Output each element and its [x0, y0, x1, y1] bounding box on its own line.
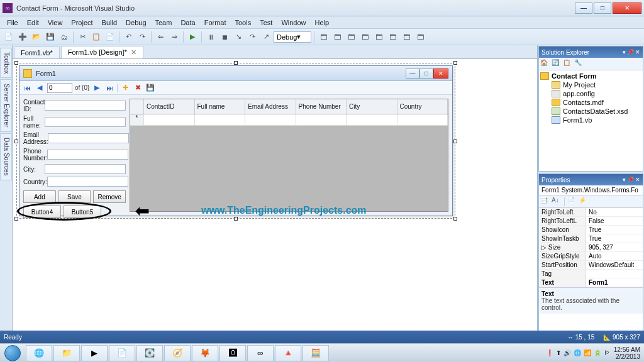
taskbar-app[interactable]: 🅾	[219, 345, 246, 361]
doc-tab[interactable]: Form1.vb*	[14, 47, 60, 58]
nav-save[interactable]: 💾	[145, 83, 155, 93]
datagridview[interactable]: ContactIDFull nameEmail AddressPhone Num…	[130, 99, 448, 212]
systray-icon[interactable]: ⬆	[556, 349, 561, 356]
side-tab-data-sources[interactable]: Data Sources	[0, 133, 12, 180]
tool-g[interactable]: 🗔	[400, 31, 413, 43]
form-minimize[interactable]: —	[406, 69, 419, 79]
menu-test[interactable]: Test	[255, 18, 277, 28]
tool-c[interactable]: 🗔	[345, 31, 357, 43]
button4-button[interactable]: Button4	[23, 206, 61, 218]
stop-button[interactable]: ⏹	[218, 31, 231, 43]
undo-button[interactable]: ↶	[122, 31, 135, 43]
panel-close[interactable]: ✕	[635, 177, 640, 183]
sol-tool-showall[interactable]: 📋	[563, 59, 573, 69]
system-clock[interactable]: 12:56 AM 2/2/2013	[614, 346, 640, 360]
grid-col-header[interactable]: City	[347, 99, 397, 114]
grid-col-header[interactable]: Full name	[195, 99, 246, 114]
taskbar-app[interactable]: 🦊	[192, 345, 218, 361]
property-row[interactable]: SizeGripStyleAuto	[539, 252, 643, 261]
solution-item[interactable]: app.config	[540, 89, 641, 98]
panel-pin[interactable]: 📌	[627, 49, 634, 55]
nav-first[interactable]: ⏮	[22, 83, 32, 93]
systray-icon[interactable]: 🔊	[564, 349, 571, 356]
side-tab-server-explorer[interactable]: Server Explorer	[0, 79, 12, 131]
prop-pages[interactable]: 📄	[567, 197, 577, 207]
prop-alpha[interactable]: A↓	[552, 197, 562, 207]
taskbar-app[interactable]: 💽	[136, 345, 163, 361]
taskbar-app[interactable]: 📄	[109, 345, 135, 361]
side-tab-toolbox[interactable]: Toolbox	[0, 48, 12, 78]
property-row[interactable]: Tag	[539, 270, 643, 278]
config-combo[interactable]: Debug ▾	[274, 31, 311, 43]
property-row[interactable]: StartPositionWindowsDefault	[539, 261, 643, 270]
step-over-button[interactable]: ↷	[246, 31, 258, 43]
save-button[interactable]: 💾	[44, 31, 57, 43]
nav-add[interactable]: ✚	[120, 83, 130, 93]
resize-handle[interactable]	[453, 61, 457, 65]
doc-tab[interactable]: Form1.vb [Design]*✕	[61, 46, 143, 58]
button5-button[interactable]: Button5	[64, 206, 101, 218]
taskbar-app[interactable]: ∞	[247, 345, 274, 361]
field-input-5[interactable]	[47, 177, 128, 187]
taskbar-app[interactable]: 🧭	[164, 345, 191, 361]
designer-surface[interactable]: Form1 — □ ✕ ⏮ ◀ of {0} ▶ ⏭ ✚ ✖ 💾	[13, 59, 537, 349]
solution-item[interactable]: My Project	[540, 80, 641, 89]
resize-handle[interactable]	[14, 61, 18, 65]
resize-handle[interactable]	[234, 217, 238, 221]
cut-button[interactable]: ✂	[76, 31, 89, 43]
nav-next[interactable]: ▶	[92, 83, 102, 93]
panel-dropdown[interactable]: ▾	[623, 49, 626, 55]
property-row[interactable]: RightToLeftLFalse	[539, 217, 643, 226]
field-input-0[interactable]	[45, 101, 126, 111]
maximize-button[interactable]: □	[594, 3, 611, 14]
close-button[interactable]: ✕	[613, 3, 641, 14]
menu-format[interactable]: Format	[200, 18, 231, 28]
tool-a[interactable]: 🗔	[317, 31, 330, 43]
taskbar-app[interactable]: ▶	[81, 345, 108, 361]
systray-icon[interactable]: 🏳	[604, 349, 610, 356]
grid-col-header[interactable]: Country	[397, 99, 448, 114]
step-into-button[interactable]: ↘	[232, 31, 245, 43]
step-out-button[interactable]: ↗	[260, 31, 272, 43]
solution-item[interactable]: ContactsDataSet.xsd	[540, 107, 641, 116]
panel-pin[interactable]: 📌	[627, 177, 634, 183]
form-maximize[interactable]: □	[419, 69, 433, 79]
copy-button[interactable]: 📋	[90, 31, 103, 43]
resize-handle[interactable]	[453, 140, 457, 143]
menu-build[interactable]: Build	[97, 18, 121, 28]
menu-project[interactable]: Project	[67, 18, 97, 28]
taskbar-app[interactable]: 🌐	[26, 345, 52, 361]
sol-tool-refresh[interactable]: 🔄	[552, 59, 562, 69]
project-node[interactable]: Contact Form	[540, 72, 641, 80]
field-input-2[interactable]	[48, 133, 129, 143]
nav-last[interactable]: ⏭	[104, 83, 114, 93]
menu-edit[interactable]: Edit	[23, 18, 43, 28]
form-close[interactable]: ✕	[433, 69, 448, 79]
menu-debug[interactable]: Debug	[121, 18, 150, 28]
property-row[interactable]: RightToLeftNo	[539, 208, 643, 217]
property-selector[interactable]: Form1 System.Windows.Forms.Fo	[539, 185, 643, 195]
field-input-4[interactable]	[45, 164, 126, 174]
solution-item[interactable]: Form1.vb	[540, 116, 641, 124]
nav-position[interactable]	[47, 83, 72, 93]
prop-events[interactable]: ⚡	[579, 197, 589, 207]
sol-tool-home[interactable]: 🏠	[540, 59, 550, 69]
start-button[interactable]: ▶	[186, 31, 199, 43]
nav-back-button[interactable]: ⇐	[154, 31, 167, 43]
grid-col-header[interactable]: Phone Number	[296, 99, 347, 114]
property-row[interactable]: TextForm1	[539, 278, 643, 287]
remove-button[interactable]: Remove	[93, 190, 126, 203]
menu-tools[interactable]: Tools	[231, 18, 256, 28]
panel-dropdown[interactable]: ▾	[623, 177, 626, 183]
menu-team[interactable]: Team	[151, 18, 177, 28]
menu-window[interactable]: Window	[277, 18, 310, 28]
start-button[interactable]	[0, 344, 25, 363]
add-item-button[interactable]: ➕	[16, 31, 29, 43]
tool-e[interactable]: 🗔	[372, 31, 385, 43]
solution-tree[interactable]: Contact Form My Projectapp.configContact…	[539, 70, 643, 126]
close-tab-icon[interactable]: ✕	[131, 48, 136, 56]
grid-col-header[interactable]: ContactID	[144, 99, 195, 114]
form-window[interactable]: Form1 — □ ✕ ⏮ ◀ of {0} ▶ ⏭ ✚ ✖ 💾	[19, 65, 453, 216]
menu-file[interactable]: File	[3, 18, 23, 28]
resize-handle[interactable]	[14, 217, 18, 221]
